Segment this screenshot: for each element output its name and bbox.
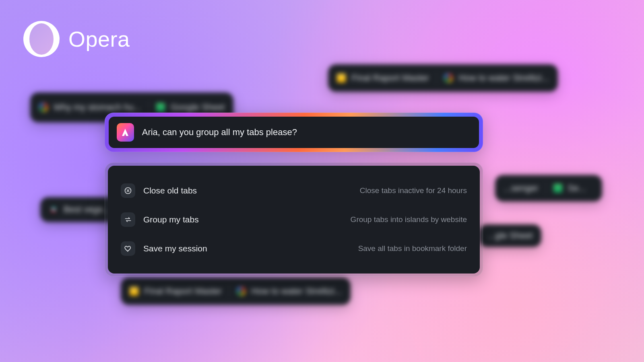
tab-title: Best vege... <box>64 204 110 215</box>
suggestion-label: Group my tabs <box>143 215 199 224</box>
tab-title: Google Sheet <box>171 102 225 113</box>
tab-title: ...gle Sheet <box>488 230 533 241</box>
tab-title: ...senger <box>504 183 539 193</box>
suggestion-description: Save all tabs in bookmark folder <box>358 244 467 253</box>
tab-title: Why my stomach hu... <box>54 102 141 113</box>
suggestions-panel: Close old tabs Close tabs inactive for 2… <box>105 162 483 277</box>
google-sheet-icon <box>156 103 165 112</box>
suggestion-label: Save my session <box>143 244 207 253</box>
google-sheet-icon <box>553 184 562 193</box>
suggestion-close-old-tabs[interactable]: Close old tabs Close tabs inactive for 2… <box>120 177 468 204</box>
command-bar[interactable] <box>105 113 483 152</box>
aria-icon <box>117 123 134 142</box>
tab-title: How to water Strelitzi... <box>458 73 549 83</box>
aria-command-input[interactable] <box>142 127 471 138</box>
close-circle-icon <box>121 183 135 198</box>
google-icon <box>237 287 246 296</box>
suggestion-description: Group tabs into islands by website <box>351 215 467 224</box>
suggestion-save-my-session[interactable]: Save my session Save all tabs in bookmar… <box>120 235 468 262</box>
google-icon <box>444 74 453 82</box>
suggestion-description: Close tabs inactive for 24 hours <box>360 186 467 195</box>
opera-logo-icon <box>23 21 60 57</box>
tiktok-icon <box>49 205 58 214</box>
google-doc-icon <box>130 287 138 296</box>
tab-title: Final Raport Master <box>351 73 429 83</box>
tab-group-bg: Final Raport Master How to water Strelit… <box>121 278 351 305</box>
swap-icon <box>121 212 135 227</box>
google-doc-icon <box>337 74 346 82</box>
google-icon <box>39 103 48 112</box>
tab-title: Final Raport Master <box>144 286 222 296</box>
aria-command-modal: Close old tabs Close tabs inactive for 2… <box>105 113 483 277</box>
opera-wordmark: Opera <box>68 27 130 51</box>
tab-group-bg: ...gle Sheet <box>479 224 541 247</box>
tab-group-bg: Final Raport Master How to water Strelit… <box>328 64 558 92</box>
opera-brand: Opera <box>23 21 130 57</box>
tab-group-bg: ...senger Se... <box>495 175 602 202</box>
suggestion-group-my-tabs[interactable]: Group my tabs Group tabs into islands by… <box>120 206 468 233</box>
suggestion-label: Close old tabs <box>143 186 197 195</box>
tab-title: How to water Strelitzi... <box>251 286 342 296</box>
tab-title: Se... <box>568 183 586 193</box>
heart-icon <box>121 241 135 256</box>
